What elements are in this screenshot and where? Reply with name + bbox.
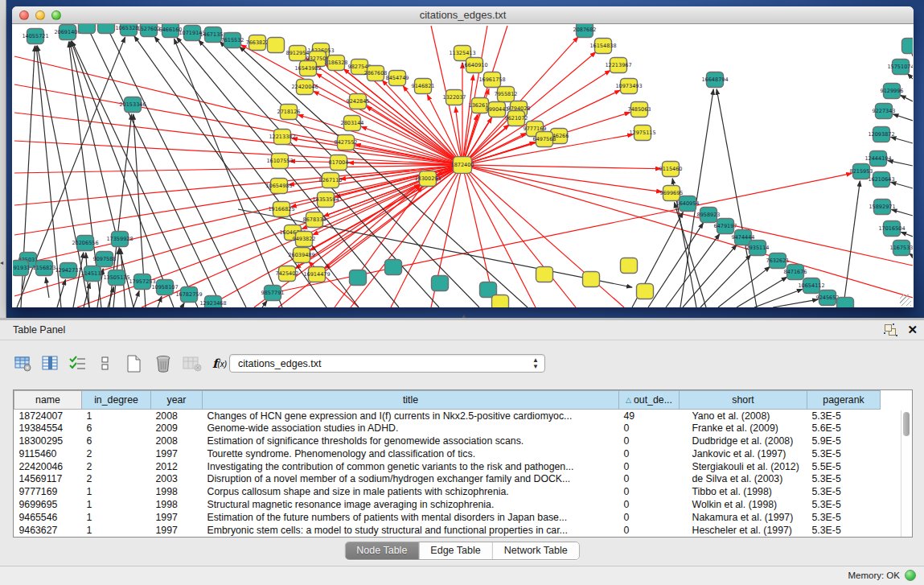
- graph-node[interactable]: 12213967: [605, 58, 631, 73]
- graph-node[interactable]: 12942737: [55, 263, 81, 278]
- graph-node[interactable]: 12923468: [199, 296, 226, 307]
- graph-node[interactable]: 8454749: [386, 71, 409, 86]
- column-header-short[interactable]: short: [680, 391, 807, 410]
- tab-edge-table[interactable]: Edge Table: [419, 542, 492, 559]
- cell-name[interactable]: 9463627: [14, 524, 82, 537]
- close-panel-icon[interactable]: ✕: [907, 323, 918, 337]
- graph-node[interactable]: 7955812: [495, 87, 518, 102]
- cell-outde[interactable]: 0: [619, 447, 680, 460]
- node-table-grid[interactable]: namein_degreeyeartitle△out_de...shortpag…: [14, 390, 881, 536]
- citation-edge[interactable]: [907, 73, 913, 79]
- graph-node[interactable]: 9857791: [261, 286, 285, 301]
- cell-indegree[interactable]: 1: [82, 485, 151, 498]
- column-header-outde[interactable]: △out_de...: [619, 391, 680, 410]
- graph-node[interactable]: 8427552: [335, 135, 358, 150]
- cell-outde[interactable]: 0: [619, 524, 680, 537]
- cell-year[interactable]: 1997: [151, 511, 203, 524]
- network-canvas[interactable]: 1405572120691406106532871527602646616010…: [13, 24, 913, 307]
- cell-title[interactable]: Structural magnetic resonance image aver…: [203, 498, 619, 511]
- citation-edge[interactable]: [893, 114, 913, 121]
- new-file-icon[interactable]: [122, 351, 146, 377]
- graph-node[interactable]: 1640954: [676, 196, 700, 212]
- graph-node[interactable]: 16914479: [303, 267, 330, 282]
- cell-short[interactable]: Franke et al. (2009): [680, 422, 807, 435]
- cell-short[interactable]: Yano et al. (2008): [680, 410, 807, 422]
- graph-node[interactable]: 6497568: [533, 132, 556, 147]
- citation-edge[interactable]: [471, 167, 913, 266]
- function-builder-icon[interactable]: f(x): [207, 351, 232, 377]
- node-table[interactable]: namein_degreeyeartitle△out_de...shortpag…: [13, 389, 913, 538]
- graph-node[interactable]: 8678334: [303, 212, 326, 228]
- cell-name[interactable]: 22420046: [14, 460, 82, 473]
- cell-indegree[interactable]: 1: [82, 511, 151, 524]
- table-type-segmented-control[interactable]: Node TableEdge TableNetwork Table: [344, 542, 579, 560]
- cell-year[interactable]: 1997: [151, 524, 203, 537]
- graph-node[interactable]: [350, 270, 367, 286]
- graph-node[interactable]: 16154838: [589, 39, 616, 54]
- citation-edge[interactable]: [14, 56, 454, 163]
- cell-indegree[interactable]: 1: [82, 498, 151, 511]
- citation-edge[interactable]: [73, 253, 84, 307]
- table-vertical-scrollbar[interactable]: [901, 410, 910, 537]
- citation-edge[interactable]: [466, 173, 536, 307]
- column-header-year[interactable]: year: [151, 391, 203, 410]
- graph-node[interactable]: 16961758: [478, 72, 505, 88]
- network-window-titlebar[interactable]: citations_edges.txt: [12, 6, 914, 24]
- cell-outde[interactable]: 49: [619, 410, 680, 422]
- citation-edge[interactable]: [717, 89, 757, 307]
- cell-title[interactable]: Investigating the contribution of common…: [203, 460, 619, 473]
- graph-node[interactable]: [385, 260, 402, 275]
- citation-edge[interactable]: [154, 37, 359, 307]
- table-row[interactable]: 1938455462009Genome-wide association stu…: [14, 422, 881, 435]
- citation-edge[interactable]: [174, 39, 282, 307]
- graph-node[interactable]: 1145132: [81, 266, 105, 282]
- citation-edge[interactable]: [844, 181, 860, 305]
- cell-title[interactable]: Genome-wide association studies in ADHD.: [203, 422, 619, 435]
- cell-indegree[interactable]: 2: [82, 472, 151, 485]
- cell-outde[interactable]: 0: [619, 460, 680, 473]
- graph-node[interactable]: 8186328: [325, 56, 348, 71]
- cell-year[interactable]: 2008: [151, 435, 203, 447]
- graph-node[interactable]: 9227343: [873, 104, 896, 119]
- graph-node[interactable]: 15892971: [869, 200, 895, 215]
- citation-edge[interactable]: [891, 137, 913, 143]
- graph-node[interactable]: 2867608: [364, 66, 388, 81]
- select-rows-icon[interactable]: [66, 351, 90, 377]
- graph-node[interactable]: 7615532: [221, 33, 244, 48]
- cell-year[interactable]: 2003: [151, 472, 203, 485]
- citation-edge[interactable]: [901, 232, 913, 237]
- graph-node[interactable]: 12444194: [864, 151, 891, 167]
- select-columns-icon[interactable]: [39, 351, 63, 377]
- hub-node[interactable]: 1872400: [451, 157, 474, 174]
- graph-node[interactable]: 14353594: [312, 192, 339, 208]
- graph-node[interactable]: 2087682: [573, 24, 597, 37]
- delete-items-icon[interactable]: [151, 351, 175, 377]
- graph-node[interactable]: [492, 295, 509, 307]
- graph-node[interactable]: 20153346: [119, 97, 146, 113]
- cell-pagerank[interactable]: 5.3E-5: [807, 511, 881, 524]
- graph-node[interactable]: 10973493: [615, 79, 642, 94]
- cell-indegree[interactable]: 1: [82, 410, 151, 422]
- graph-node[interactable]: 12093872: [868, 127, 894, 142]
- graph-node[interactable]: 7663822: [246, 35, 269, 51]
- citation-edge[interactable]: [471, 165, 661, 169]
- graph-node[interactable]: 2935114: [746, 241, 770, 256]
- graph-node[interactable]: [637, 284, 654, 299]
- graph-node[interactable]: 16648794: [701, 72, 728, 88]
- citation-edge[interactable]: [133, 290, 139, 307]
- citation-edge[interactable]: [57, 279, 66, 307]
- citation-edge[interactable]: [891, 182, 913, 188]
- cell-name[interactable]: 18724007: [14, 410, 82, 422]
- cell-pagerank[interactable]: 5.5E-5: [807, 460, 881, 473]
- citation-edge[interactable]: [134, 36, 326, 307]
- table-row[interactable]: 1456911722003Disruption of a novel membe…: [14, 472, 881, 485]
- graph-node[interactable]: 9621072: [505, 111, 528, 126]
- graph-node[interactable]: 2803144: [341, 116, 364, 131]
- citation-edge[interactable]: [737, 277, 787, 307]
- cell-title[interactable]: Disruption of a novel member of a sodium…: [203, 472, 619, 485]
- cell-indegree[interactable]: 1: [82, 524, 151, 537]
- cell-pagerank[interactable]: 5.3E-5: [807, 410, 881, 422]
- cell-name[interactable]: 9699695: [14, 498, 82, 511]
- citation-edge[interactable]: [773, 299, 818, 307]
- graph-node[interactable]: [902, 39, 914, 54]
